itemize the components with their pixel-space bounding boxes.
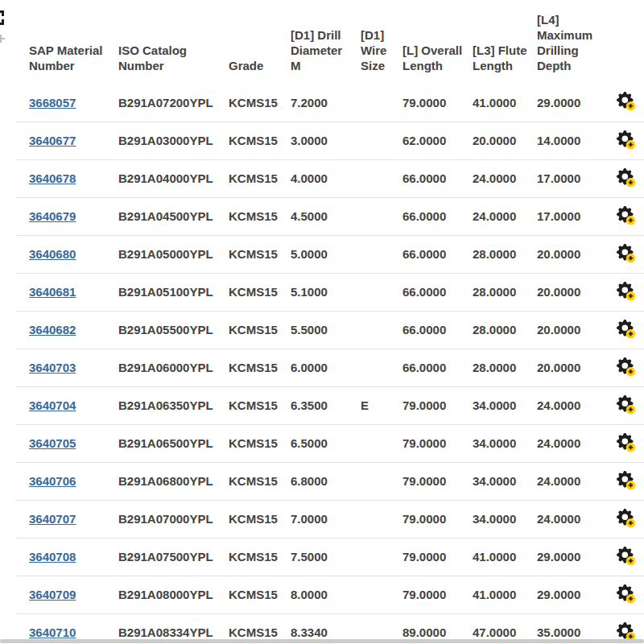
flute-length-cell: 41.0000 — [473, 538, 537, 576]
sap-material-cell: 3640679 — [16, 197, 118, 235]
iso-catalog-cell: B291A04500YPL — [118, 197, 229, 235]
table-row: 3640678 B291A04000YPL KCMS15 4.0000 66.0… — [16, 159, 644, 197]
iso-catalog-cell: B291A08000YPL — [118, 576, 229, 613]
bracket-bottom-corner — [0, 19, 4, 25]
row-action-cell — [608, 500, 644, 538]
gear-plus-icon[interactable] — [616, 471, 637, 492]
column-header-max-drilling-depth: [L4] Maximum Drilling Depth — [537, 0, 608, 84]
table-row: 3640680 B291A05000YPL KCMS15 5.0000 66.0… — [16, 235, 644, 273]
table-row: 3640679 B291A04500YPL KCMS15 4.5000 66.0… — [16, 197, 644, 235]
flute-length-cell: 34.0000 — [473, 424, 537, 462]
gear-plus-icon[interactable] — [616, 282, 637, 303]
gear-plus-icon[interactable] — [616, 320, 637, 341]
wire-size-cell — [361, 462, 402, 500]
wire-size-cell: E — [361, 386, 402, 424]
sap-material-link[interactable]: 3640704 — [29, 398, 76, 412]
iso-catalog-cell: B291A05000YPL — [118, 235, 229, 273]
drill-diameter-cell: 7.5000 — [291, 538, 361, 576]
sap-material-cell: 3640681 — [16, 273, 118, 311]
column-header-drill-diameter: [D1] Drill Diameter M — [291, 0, 361, 84]
drill-diameter-cell: 3.0000 — [291, 122, 361, 159]
flute-length-cell: 41.0000 — [473, 84, 537, 122]
grade-cell: KCMS15 — [229, 235, 291, 273]
overall-length-cell: 66.0000 — [402, 349, 473, 386]
wire-size-cell — [361, 538, 402, 576]
row-action-cell — [608, 424, 644, 462]
sap-material-link[interactable]: 3640707 — [29, 512, 76, 526]
iso-catalog-cell: B291A03000YPL — [118, 122, 229, 159]
drill-diameter-cell: 6.8000 — [291, 462, 361, 500]
sap-material-link[interactable]: 3640708 — [29, 550, 76, 564]
row-action-cell — [608, 273, 644, 311]
sap-material-link[interactable]: 3640677 — [29, 134, 76, 147]
sap-material-link[interactable]: 3640703 — [29, 361, 76, 374]
wire-size-cell — [361, 122, 402, 159]
gear-plus-icon[interactable] — [616, 130, 637, 151]
flute-length-cell: 41.0000 — [473, 576, 537, 613]
gear-plus-icon[interactable] — [616, 357, 637, 378]
overall-length-cell: 79.0000 — [402, 424, 473, 462]
gear-plus-icon[interactable] — [616, 395, 637, 416]
drill-diameter-cell: 6.0000 — [291, 349, 361, 386]
row-action-cell — [608, 349, 644, 386]
table-row: 3640677 B291A03000YPL KCMS15 3.0000 62.0… — [16, 122, 644, 159]
horizontal-scrollbar[interactable] — [0, 639, 644, 643]
sap-material-link[interactable]: 3640705 — [29, 436, 76, 450]
gear-plus-icon[interactable] — [616, 433, 637, 454]
overall-length-cell: 79.0000 — [402, 84, 473, 122]
drill-diameter-cell: 5.1000 — [291, 273, 361, 311]
gear-plus-icon[interactable] — [616, 92, 637, 113]
column-header-sap-material-number: SAP Material Number — [16, 0, 118, 84]
sap-material-cell: 3640677 — [16, 122, 118, 159]
drill-diameter-cell: 4.5000 — [291, 197, 361, 235]
gear-plus-icon[interactable] — [616, 168, 637, 189]
overall-length-cell: 66.0000 — [402, 197, 473, 235]
table-row: 3640682 B291A05500YPL KCMS15 5.5000 66.0… — [16, 311, 644, 349]
sap-material-link[interactable]: 3640681 — [29, 285, 76, 299]
overall-length-cell: 79.0000 — [402, 386, 473, 424]
table-row: 3640709 B291A08000YPL KCMS15 8.0000 79.0… — [16, 576, 644, 613]
column-header-iso-catalog-number: ISO Catalog Number — [118, 0, 229, 84]
sap-material-link[interactable]: 3640680 — [29, 247, 76, 261]
grade-cell: KCMS15 — [229, 349, 291, 386]
gear-plus-icon[interactable] — [616, 584, 637, 605]
bracket-top-corner — [0, 10, 4, 16]
row-action-cell — [608, 538, 644, 576]
flute-length-cell: 20.0000 — [473, 122, 537, 159]
iso-catalog-cell: B291A05100YPL — [118, 273, 229, 311]
max-drilling-depth-cell: 20.0000 — [537, 235, 608, 273]
sap-material-link[interactable]: 3640706 — [29, 474, 76, 488]
table-row: 3640706 B291A06800YPL KCMS15 6.8000 79.0… — [16, 462, 644, 500]
wire-size-cell — [361, 500, 402, 538]
sap-material-link[interactable]: 3668057 — [29, 96, 76, 109]
gear-plus-icon[interactable] — [616, 206, 637, 227]
sap-material-link[interactable]: 3640709 — [29, 588, 76, 601]
table-row: 3640707 B291A07000YPL KCMS15 7.0000 79.0… — [16, 500, 644, 538]
wire-size-cell — [361, 197, 402, 235]
gear-plus-icon[interactable] — [616, 509, 637, 530]
drill-diameter-cell: 4.0000 — [291, 159, 361, 197]
drill-diameter-cell: 5.0000 — [291, 235, 361, 273]
flute-length-cell: 24.0000 — [473, 159, 537, 197]
iso-catalog-cell: B291A05500YPL — [118, 311, 229, 349]
table-row: 3640705 B291A06500YPL KCMS15 6.5000 79.0… — [16, 424, 644, 462]
gear-plus-icon[interactable] — [616, 547, 637, 568]
drill-diameter-cell: 5.5000 — [291, 311, 361, 349]
sap-material-cell: 3640678 — [16, 159, 118, 197]
product-catalog-table: SAP Material Number ISO Catalog Number G… — [16, 0, 644, 644]
sap-material-link[interactable]: 3640682 — [29, 323, 76, 336]
table-row: 3640703 B291A06000YPL KCMS15 6.0000 66.0… — [16, 349, 644, 386]
column-header-flute-length: [L3] Flute Length — [473, 0, 537, 84]
sap-material-link[interactable]: 3640710 — [29, 625, 76, 639]
flute-length-cell: 28.0000 — [473, 311, 537, 349]
sap-material-link[interactable]: 3640678 — [29, 171, 76, 185]
sap-material-link[interactable]: 3640679 — [29, 209, 76, 223]
grade-cell: KCMS15 — [229, 122, 291, 159]
sap-material-cell: 3640708 — [16, 538, 118, 576]
wire-size-cell — [361, 273, 402, 311]
sap-material-cell: 3640682 — [16, 311, 118, 349]
max-drilling-depth-cell: 24.0000 — [537, 500, 608, 538]
grade-cell: KCMS15 — [229, 159, 291, 197]
gear-plus-icon[interactable] — [616, 244, 637, 265]
table-row: 3640704 B291A06350YPL KCMS15 6.3500 E 79… — [16, 386, 644, 424]
